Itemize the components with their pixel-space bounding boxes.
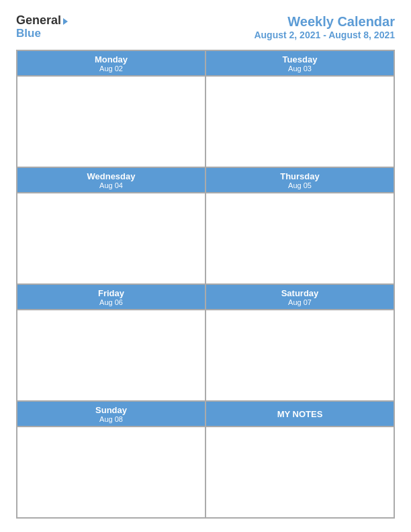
wednesday-header: Wednesday Aug 04: [17, 167, 205, 193]
wednesday-name: Wednesday: [17, 171, 205, 181]
row2-content: [17, 193, 394, 284]
friday-name: Friday: [17, 288, 205, 298]
saturday-date: Aug 07: [206, 298, 394, 306]
tuesday-date: Aug 03: [206, 64, 394, 73]
tuesday-header: Tuesday Aug 03: [205, 50, 394, 76]
wednesday-date: Aug 04: [17, 181, 205, 189]
sunday-name: Sunday: [17, 405, 205, 415]
row1-content: [17, 76, 394, 167]
row4-content: [17, 427, 394, 518]
row1-headers: Monday Aug 02 Tuesday Aug 03: [17, 50, 394, 76]
sunday-date: Aug 08: [17, 415, 205, 423]
monday-cell[interactable]: [17, 76, 205, 167]
logo: General Blue: [16, 14, 68, 40]
logo-general: General: [16, 14, 68, 28]
my-notes-label: MY NOTES: [277, 409, 323, 419]
thursday-date: Aug 05: [206, 181, 394, 189]
tuesday-cell[interactable]: [205, 76, 394, 167]
saturday-header: Saturday Aug 07: [205, 284, 394, 310]
tuesday-name: Tuesday: [206, 54, 394, 64]
monday-header: Monday Aug 02: [17, 50, 205, 76]
logo-general-text: General: [16, 14, 61, 28]
friday-cell[interactable]: [17, 310, 205, 401]
week-row-4: Sunday Aug 08 MY NOTES: [17, 401, 394, 518]
monday-date: Aug 02: [17, 64, 205, 73]
saturday-cell[interactable]: [205, 310, 394, 401]
week-row-3: Friday Aug 06 Saturday Aug 07: [17, 284, 394, 401]
thursday-header: Thursday Aug 05: [205, 167, 394, 193]
row3-headers: Friday Aug 06 Saturday Aug 07: [17, 284, 394, 310]
page: General Blue Weekly Calendar August 2, 2…: [0, 0, 411, 532]
header: General Blue Weekly Calendar August 2, 2…: [16, 13, 395, 40]
logo-blue-text: Blue: [16, 28, 68, 40]
wednesday-cell[interactable]: [17, 193, 205, 284]
date-range: August 2, 2021 - August 8, 2021: [254, 30, 395, 40]
friday-header: Friday Aug 06: [17, 284, 205, 310]
friday-date: Aug 06: [17, 298, 205, 306]
sunday-header: Sunday Aug 08: [17, 401, 205, 427]
logo-triangle-icon: [63, 18, 68, 25]
week-row-2: Wednesday Aug 04 Thursday Aug 05: [17, 167, 394, 284]
row2-headers: Wednesday Aug 04 Thursday Aug 05: [17, 167, 394, 193]
thursday-cell[interactable]: [205, 193, 394, 284]
row3-content: [17, 310, 394, 401]
calendar-grid: Monday Aug 02 Tuesday Aug 03 Wednesday A…: [16, 50, 395, 519]
saturday-name: Saturday: [206, 288, 394, 298]
monday-name: Monday: [17, 54, 205, 64]
header-right: Weekly Calendar August 2, 2021 - August …: [254, 13, 395, 40]
sunday-cell[interactable]: [17, 427, 205, 518]
thursday-name: Thursday: [206, 171, 394, 181]
row4-headers: Sunday Aug 08 MY NOTES: [17, 401, 394, 427]
page-title: Weekly Calendar: [254, 13, 395, 30]
week-row-1: Monday Aug 02 Tuesday Aug 03: [17, 50, 394, 167]
my-notes-header: MY NOTES: [205, 401, 394, 427]
notes-cell[interactable]: [205, 427, 394, 518]
